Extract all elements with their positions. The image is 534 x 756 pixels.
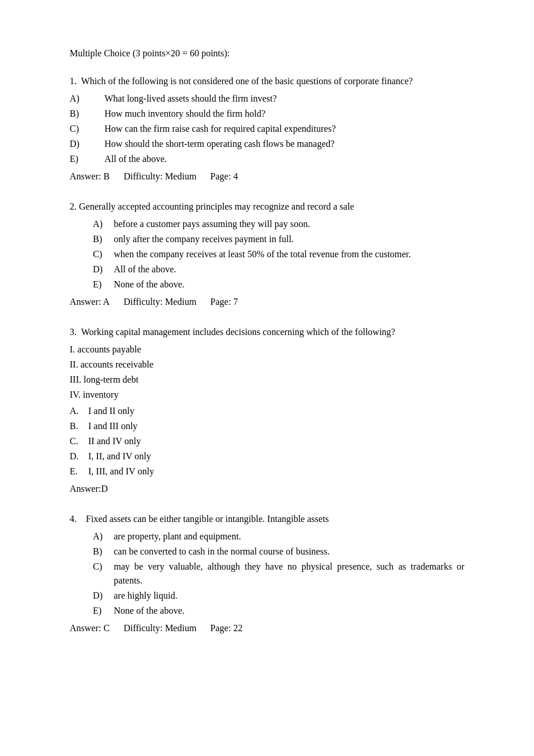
question-2-title: 2. Generally accepted accounting princip…: [70, 200, 464, 214]
q3-list-item-1: I. accounts payable: [70, 343, 464, 357]
q3-list-item-4: IV. inventory: [70, 388, 464, 402]
q1-option-b: B) How much inventory should the firm ho…: [70, 107, 464, 121]
q2-option-e: E) None of the above.: [93, 278, 464, 291]
q1-answer: Answer: B Difficulty: Medium Page: 4: [70, 170, 464, 183]
question-4-title: 4. Fixed assets can be either tangible o…: [70, 512, 464, 526]
header-text: Multiple Choice (3 points×20 = 60 points…: [70, 48, 230, 58]
q4-options: A) are property, plant and equipment. B)…: [70, 530, 464, 618]
question-1-title: 1. Which of the following is not conside…: [70, 74, 464, 88]
question-4: 4. Fixed assets can be either tangible o…: [70, 512, 464, 635]
question-1: 1. Which of the following is not conside…: [70, 74, 464, 183]
q2-option-d: D) All of the above.: [93, 262, 464, 276]
q4-answer: Answer: C Difficulty: Medium Page: 22: [70, 621, 464, 635]
q3-option-b: B. I and III only: [70, 419, 464, 433]
q3-option-c: C. II and IV only: [70, 434, 464, 448]
question-3: 3. Working capital management includes d…: [70, 325, 464, 496]
q1-option-c: C) How can the firm raise cash for requi…: [70, 122, 464, 136]
q3-list: I. accounts payable II. accounts receiva…: [70, 343, 464, 402]
q4-option-c: C) may be very valuable, although they h…: [93, 560, 464, 588]
q2-answer: Answer: A Difficulty: Medium Page: 7: [70, 295, 464, 309]
q1-option-d: D) How should the short-term operating c…: [70, 137, 464, 151]
q2-option-a: A) before a customer pays assuming they …: [93, 217, 464, 231]
q4-option-d: D) are highly liquid.: [93, 589, 464, 603]
q4-option-b: B) can be converted to cash in the norma…: [93, 545, 464, 559]
q1-option-a: A) What long-lived assets should the fir…: [70, 92, 464, 106]
q2-option-b: B) only after the company receives payme…: [93, 232, 464, 246]
q4-option-e: E) None of the above.: [93, 604, 464, 618]
q3-option-e: E. I, III, and IV only: [70, 465, 464, 478]
q3-list-item-2: II. accounts receivable: [70, 358, 464, 372]
q3-list-item-3: III. long-term debt: [70, 373, 464, 387]
q2-options: A) before a customer pays assuming they …: [70, 217, 464, 291]
q3-options: A. I and II only B. I and III only C. II…: [70, 404, 464, 478]
q1-option-e: E) All of the above.: [70, 152, 464, 166]
q2-option-c: C) when the company receives at least 50…: [93, 247, 464, 261]
question-2: 2. Generally accepted accounting princip…: [70, 200, 464, 309]
q3-answer: Answer:D: [70, 482, 464, 496]
q3-option-a: A. I and II only: [70, 404, 464, 418]
q3-option-d: D. I, II, and IV only: [70, 449, 464, 463]
question-3-title: 3. Working capital management includes d…: [70, 325, 464, 339]
q4-option-a: A) are property, plant and equipment.: [93, 530, 464, 543]
